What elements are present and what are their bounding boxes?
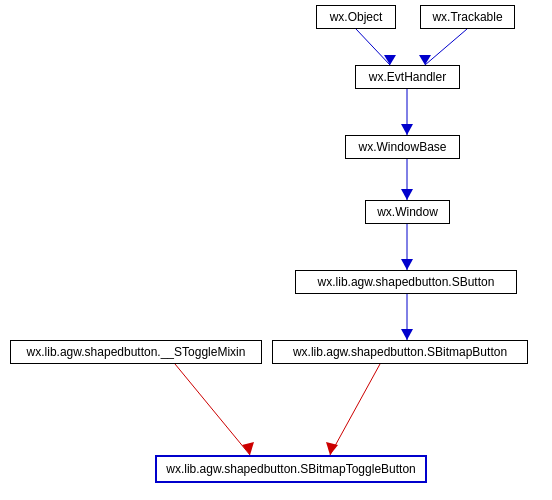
node-sbitmaptogglebutton: wx.lib.agw.shapedbutton.SBitmapToggleBut… — [155, 455, 427, 483]
svg-line-14 — [175, 364, 250, 455]
svg-marker-9 — [401, 259, 413, 270]
node-evthandler: wx.EvtHandler — [355, 65, 460, 89]
svg-marker-11 — [401, 329, 413, 340]
node-windowbase: wx.WindowBase — [345, 135, 460, 159]
node-sbitmapbutton: wx.lib.agw.shapedbutton.SBitmapButton — [272, 340, 528, 364]
node-stogglemixin: wx.lib.agw.shapedbutton.__SToggleMixin — [10, 340, 262, 364]
node-sbutton: wx.lib.agw.shapedbutton.SButton — [295, 270, 517, 294]
class-diagram: wx.Object wx.Trackable wx.EvtHandler wx.… — [0, 0, 552, 500]
svg-marker-7 — [401, 189, 413, 200]
svg-marker-3 — [419, 55, 431, 65]
arrows-svg — [0, 0, 552, 500]
svg-line-12 — [330, 364, 380, 455]
node-object: wx.Object — [316, 5, 396, 29]
svg-marker-5 — [401, 124, 413, 135]
svg-line-2 — [425, 29, 467, 65]
node-window: wx.Window — [365, 200, 450, 224]
svg-line-0 — [356, 29, 390, 65]
node-trackable: wx.Trackable — [420, 5, 515, 29]
